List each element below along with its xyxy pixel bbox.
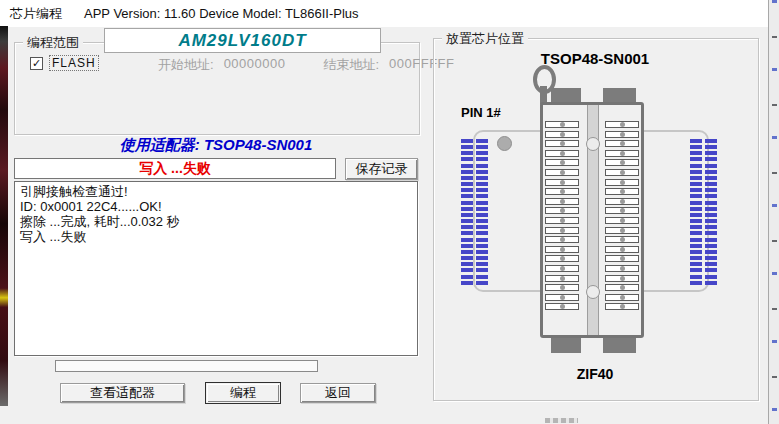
socket-slots-left	[545, 121, 579, 313]
socket-tab-bottom-right	[603, 336, 636, 353]
slot-contact-dot	[560, 170, 565, 175]
socket-slot	[605, 246, 639, 253]
slot-contact-dot	[560, 247, 565, 252]
slot-contact-dot	[560, 295, 565, 300]
channel-screw-top	[586, 137, 600, 151]
socket-slot	[545, 179, 579, 186]
slot-contact-dot	[560, 199, 565, 204]
socket-slot	[545, 140, 579, 147]
window-subtitle: APP Version: 11.60 Device Model: TL866II…	[84, 6, 359, 21]
pin1-label: PIN 1#	[461, 105, 501, 120]
status-message: 写入 ...失败	[139, 160, 211, 178]
socket-slot	[545, 303, 579, 310]
socket-slot	[545, 217, 579, 224]
programming-range-label: 编程范围	[23, 35, 83, 50]
socket-slots-right	[605, 121, 639, 313]
socket-slot	[605, 255, 639, 262]
window-titlebar: 芯片编程 APP Version: 11.60 Device Model: TL…	[0, 0, 768, 27]
pin1-marker-dot	[497, 136, 512, 151]
slot-contact-dot	[620, 304, 625, 309]
slot-contact-dot	[620, 228, 625, 233]
socket-slot	[545, 265, 579, 272]
slot-contact-dot	[620, 160, 625, 165]
socket-slot	[545, 131, 579, 138]
slot-contact-dot	[620, 151, 625, 156]
background-bottom-artifact	[545, 418, 578, 423]
slot-contact-dot	[620, 141, 625, 146]
slot-contact-dot	[620, 208, 625, 213]
tsop-pads-right	[690, 139, 717, 287]
slot-contact-dot	[620, 132, 625, 137]
slot-contact-dot	[560, 189, 565, 194]
socket-slot	[545, 207, 579, 214]
pin-column	[476, 139, 488, 287]
slot-contact-dot	[560, 132, 565, 137]
slot-contact-dot	[620, 276, 625, 281]
socket-slot	[545, 169, 579, 176]
log-output-area[interactable]: 引脚接触检查通过!ID: 0x0001 22C4......OK!擦除 ...完…	[14, 181, 418, 356]
slot-contact-dot	[620, 285, 625, 290]
save-log-button[interactable]: 保存记录	[345, 158, 418, 180]
socket-slot	[605, 217, 639, 224]
log-line: 引脚接触检查通过!	[20, 184, 412, 199]
slot-contact-dot	[560, 208, 565, 213]
slot-contact-dot	[560, 256, 565, 261]
socket-tab-bottom-left	[551, 336, 581, 353]
slot-contact-dot	[620, 256, 625, 261]
desktop-background-sliver	[0, 26, 8, 406]
slot-contact-dot	[620, 122, 625, 127]
chip-name-box: AM29LV160DT	[104, 28, 381, 53]
socket-slot	[605, 265, 639, 272]
socket-slot	[545, 150, 579, 157]
program-button[interactable]: 编程	[205, 382, 281, 404]
slot-contact-dot	[560, 276, 565, 281]
slot-contact-dot	[620, 218, 625, 223]
socket-slot	[545, 188, 579, 195]
socket-slot	[605, 179, 639, 186]
slot-contact-dot	[560, 237, 565, 242]
socket-slot	[605, 131, 639, 138]
slot-contact-dot	[560, 285, 565, 290]
flash-checkbox-row[interactable]: ✓ FLASH	[30, 55, 99, 71]
slot-contact-dot	[560, 304, 565, 309]
view-adapter-button[interactable]: 查看适配器	[60, 383, 185, 403]
pin-column	[461, 139, 473, 287]
socket-slot	[545, 284, 579, 291]
progress-bar	[55, 360, 318, 372]
chip-placement-label: 放置芯片位置	[442, 31, 528, 46]
log-line: 擦除 ...完成, 耗时...0.032 秒	[20, 214, 412, 229]
socket-slot	[605, 303, 639, 310]
slot-contact-dot	[620, 295, 625, 300]
socket-slot	[605, 294, 639, 301]
address-range-row: 开始地址: 00000000 结束地址: 000FFFFF	[158, 56, 455, 74]
slot-contact-dot	[560, 160, 565, 165]
adapter-title: TSOP48-SN001	[433, 50, 757, 67]
socket-slot	[605, 150, 639, 157]
socket-slot	[605, 284, 639, 291]
flash-checkbox[interactable]: ✓	[30, 57, 43, 70]
background-window-artifacts	[772, 0, 777, 424]
socket-slot	[605, 227, 639, 234]
end-address-label: 结束地址:	[323, 56, 379, 74]
slot-contact-dot	[560, 151, 565, 156]
socket-slot	[605, 169, 639, 176]
log-line: 写入 ...失败	[20, 229, 412, 244]
socket-slot	[545, 159, 579, 166]
back-button[interactable]: 返回	[300, 383, 376, 403]
slot-contact-dot	[560, 266, 565, 271]
pin-column	[690, 139, 702, 287]
socket-slot	[605, 198, 639, 205]
slot-contact-dot	[560, 218, 565, 223]
socket-slot	[545, 275, 579, 282]
socket-slot	[545, 236, 579, 243]
channel-screw-bottom	[586, 285, 600, 299]
flash-checkbox-label[interactable]: FLASH	[49, 55, 99, 71]
socket-slot	[545, 227, 579, 234]
status-box: 写入 ...失败	[14, 158, 336, 179]
address-spacer	[295, 56, 313, 74]
slot-contact-dot	[620, 180, 625, 185]
socket-slot	[605, 236, 639, 243]
socket-slot	[605, 188, 639, 195]
slot-contact-dot	[620, 266, 625, 271]
socket-slot	[545, 198, 579, 205]
